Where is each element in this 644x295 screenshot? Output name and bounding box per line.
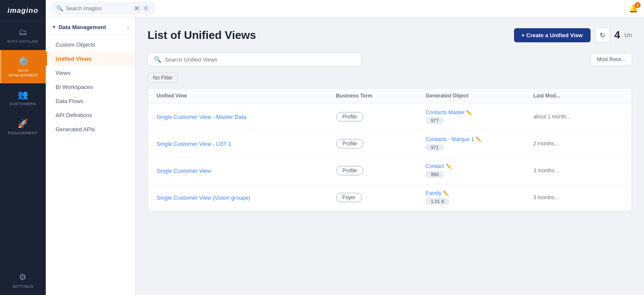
sidebar-item-api-definitions[interactable]: API Definitions <box>46 108 135 122</box>
gen-obj-name-row-2: Contact ✏️ <box>425 163 533 169</box>
settings-nav-label: SETTINGS <box>12 284 33 289</box>
unified-view-link-3[interactable]: Single Customer View (Vision groupe) <box>157 195 336 201</box>
sidebar-item-bi-workspaces[interactable]: BI Workspaces <box>46 80 135 94</box>
sort-button[interactable]: Most Rece... <box>591 53 632 66</box>
sidebar-menu: Custom Objects Unified Views Views BI Wo… <box>46 35 135 139</box>
unified-view-link-1[interactable]: Single Customer View - LOT 1 <box>157 141 336 147</box>
no-filter-label: No Filter <box>153 75 172 81</box>
last-modified-0: about 1 month... <box>533 114 623 120</box>
col-header-business-term: Business Term <box>336 93 426 99</box>
logo-area: imagino <box>0 0 46 21</box>
nav-item-engagement[interactable]: 🚀 ENGAGEMENT <box>0 112 46 142</box>
top-search-kbd-group: ⌘ K <box>133 6 150 11</box>
top-search-box[interactable]: 🔍 ⌘ K <box>52 3 154 14</box>
business-term-cell-3: Foyer <box>336 193 426 202</box>
sidebar-item-api-definitions-label: API Definitions <box>56 112 92 118</box>
top-search-icon: 🔍 <box>56 5 63 12</box>
data-management-icon: ⚙️ <box>18 56 29 66</box>
settings-nav-icon: ⚙ <box>19 272 27 282</box>
sidebar-item-unified-views-label: Unified Views <box>56 56 92 62</box>
no-filter-row: No Filter <box>148 72 632 88</box>
edit-icon-2[interactable]: ✏️ <box>446 164 452 169</box>
gen-obj-count-3: 1.01 K <box>425 198 449 205</box>
data-catalog-label: DATA CATALOG <box>7 39 38 44</box>
gen-obj-name-row-0: Contacts Master ✏️ <box>425 109 533 115</box>
nav-item-customers[interactable]: 👥 CUSTOMERS <box>0 83 46 112</box>
business-term-badge-0: Profile <box>336 112 363 121</box>
col-header-generated-object: Generated Object <box>425 93 533 99</box>
generated-object-cell-3: Family ✏️ 1.01 K <box>425 190 533 205</box>
logo-text: imagino <box>7 6 38 15</box>
last-modified-1: 2 months... <box>533 141 623 147</box>
table-row: Single Customer View Profile Contact ✏️ … <box>148 157 632 184</box>
generated-object-cell-0: Contacts Master ✏️ 977 <box>425 109 533 124</box>
generated-object-cell-2: Contact ✏️ 990 <box>425 163 533 178</box>
sidebar-item-custom-objects-label: Custom Objects <box>56 41 95 48</box>
unified-view-link-2[interactable]: Single Customer View <box>157 168 336 174</box>
gen-obj-name-row-3: Family ✏️ <box>425 190 533 196</box>
refresh-icon: ↻ <box>600 31 605 39</box>
sidebar-item-unified-views[interactable]: Unified Views <box>46 52 135 66</box>
refresh-button[interactable]: ↻ <box>595 27 610 43</box>
business-term-badge-2: Profile <box>336 166 363 175</box>
gen-obj-count-2: 990 <box>425 171 443 178</box>
main-content: List of Unified Views + Create a Unified… <box>136 17 644 295</box>
sidebar-collapse-icon[interactable]: › <box>127 24 129 30</box>
col-header-last-modified: Last Mod... <box>533 93 623 99</box>
last-modified-2: 3 months... <box>533 168 623 174</box>
page-header: List of Unified Views + Create a Unified… <box>148 27 632 43</box>
no-filter-tag[interactable]: No Filter <box>148 73 178 83</box>
business-term-cell-1: Profile <box>336 139 426 148</box>
unified-view-link-0[interactable]: Single Customer View - Master Data <box>157 114 336 120</box>
search-input[interactable] <box>165 56 355 63</box>
customers-icon: 👥 <box>18 89 29 100</box>
table-row: Single Customer View - Master Data Profi… <box>148 103 632 130</box>
gen-obj-count-0: 977 <box>425 117 443 124</box>
engagement-label: ENGAGEMENT <box>8 131 38 136</box>
top-search-input[interactable] <box>66 6 117 12</box>
left-nav: imagino 🗂 DATA CATALOG ⚙️ DATA MANAGEMEN… <box>0 0 46 295</box>
engagement-icon: 🚀 <box>18 118 29 129</box>
sidebar: ▼ Data Management › Custom Objects Unifi… <box>46 17 136 295</box>
unified-view-count: 4 <box>614 29 620 41</box>
search-filter-bar: 🔍 Most Rece... <box>148 52 632 67</box>
create-unified-view-button[interactable]: + Create a Unified View <box>514 28 591 42</box>
sidebar-header: ▼ Data Management › <box>46 17 135 35</box>
sidebar-header-title: ▼ Data Management <box>52 24 106 30</box>
business-term-cell-2: Profile <box>336 166 426 175</box>
gen-obj-name-3[interactable]: Family <box>425 190 441 196</box>
gen-obj-name-1[interactable]: Contacts - Marque 1 <box>425 136 474 142</box>
nav-item-settings[interactable]: ⚙ SETTINGS <box>0 266 46 295</box>
col-header-unified-view: Unified View <box>157 93 336 99</box>
data-management-label: DATA MANAGEMENT <box>3 68 44 78</box>
customers-label: CUSTOMERS <box>10 102 36 106</box>
sort-label: Most Rece... <box>597 56 626 62</box>
page-header-right: + Create a Unified View ↻ 4 Un <box>514 27 632 43</box>
gen-obj-name-row-1: Contacts - Marque 1 ✏️ <box>425 136 533 142</box>
sidebar-item-generated-apis[interactable]: Generated APIs <box>46 122 135 136</box>
edit-icon-3[interactable]: ✏️ <box>443 191 449 196</box>
gen-obj-name-2[interactable]: Contact <box>425 163 444 169</box>
page-title: List of Unified Views <box>148 29 256 42</box>
count-suffix-label: Un <box>624 32 632 38</box>
gen-obj-name-0[interactable]: Contacts Master <box>425 109 464 115</box>
top-bar: 🔍 ⌘ K 🔔 1 <box>46 0 644 17</box>
top-bar-right: 🔔 1 <box>629 4 638 13</box>
nav-item-data-catalog[interactable]: 🗂 DATA CATALOG <box>0 21 46 50</box>
business-term-badge-3: Foyer <box>336 193 362 202</box>
business-term-badge-1: Profile <box>336 139 363 148</box>
notification-button[interactable]: 🔔 1 <box>629 4 638 13</box>
chevron-down-icon: ▼ <box>52 24 56 30</box>
sidebar-item-views[interactable]: Views <box>46 66 135 80</box>
search-icon: 🔍 <box>154 56 161 63</box>
edit-icon-0[interactable]: ✏️ <box>466 110 472 115</box>
sidebar-section-label: Data Management <box>59 24 106 30</box>
kbd-k: K <box>142 6 150 11</box>
generated-object-cell-1: Contacts - Marque 1 ✏️ 971 <box>425 136 533 151</box>
sidebar-item-custom-objects[interactable]: Custom Objects <box>46 38 135 52</box>
search-box[interactable]: 🔍 <box>148 52 361 67</box>
edit-icon-1[interactable]: ✏️ <box>476 137 482 142</box>
data-table: Unified View Business Term Generated Obj… <box>148 88 632 211</box>
sidebar-item-data-flows[interactable]: Data Flows <box>46 94 135 108</box>
nav-item-data-management[interactable]: ⚙️ DATA MANAGEMENT <box>0 50 46 84</box>
